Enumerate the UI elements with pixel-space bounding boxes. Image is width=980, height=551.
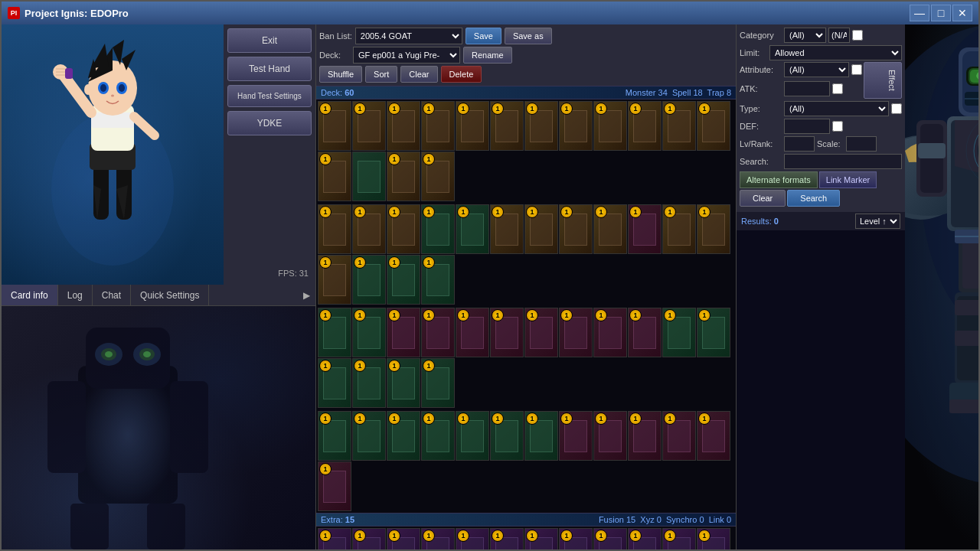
ydke-button[interactable]: YDKE (227, 111, 312, 135)
card-thumb[interactable]: 1 (318, 308, 351, 357)
card-thumb[interactable]: 1 (352, 204, 386, 254)
card-thumb[interactable]: 1 (559, 411, 593, 461)
maximize-button[interactable]: □ (931, 5, 951, 21)
card-thumb[interactable]: 1 (662, 101, 696, 151)
attribute-select[interactable]: (All) (784, 62, 849, 77)
ban-list-select[interactable]: 2005.4 GOAT (355, 28, 462, 44)
clear-button[interactable]: Clear (400, 66, 437, 83)
card-thumb[interactable]: 1 (387, 411, 420, 461)
card-thumb[interactable]: 1 (421, 528, 455, 549)
card-thumb[interactable]: 1 (352, 308, 386, 357)
card-thumb[interactable]: 1 (524, 101, 558, 151)
card-thumb[interactable]: 1 (593, 528, 627, 549)
minimize-button[interactable]: — (910, 5, 929, 21)
link-marker-button[interactable]: Link Marker (819, 171, 877, 188)
card-thumb[interactable]: 1 (524, 528, 558, 549)
lv-rank-input[interactable] (784, 136, 815, 152)
attribute-checkbox[interactable] (851, 64, 862, 75)
card-thumb[interactable]: 1 (490, 308, 524, 357)
card-thumb[interactable]: 1 (352, 528, 386, 549)
card-thumb[interactable]: 1 (421, 358, 455, 408)
atk-input[interactable] (784, 81, 830, 96)
sort-select[interactable]: Level ↑ (855, 214, 900, 229)
test-hand-button[interactable]: Test Hand (227, 57, 312, 81)
card-thumb[interactable]: 1 (628, 528, 662, 549)
delete-button[interactable]: Delete (441, 66, 482, 83)
card-thumb[interactable] (352, 152, 386, 201)
na-input[interactable] (828, 28, 850, 43)
card-thumb[interactable]: 1 (318, 255, 351, 305)
effect-button[interactable]: Effect (864, 62, 902, 99)
exit-button[interactable]: Exit (227, 28, 312, 53)
alt-formats-button[interactable]: Alternate formats (740, 171, 818, 188)
scale-input[interactable] (846, 136, 877, 152)
card-thumb[interactable]: 1 (387, 101, 420, 151)
card-thumb[interactable]: 1 (318, 461, 351, 511)
card-thumb[interactable]: 1 (524, 411, 558, 461)
card-thumb[interactable]: 1 (387, 204, 420, 254)
card-thumb[interactable]: 1 (456, 204, 489, 254)
card-thumb[interactable]: 1 (387, 308, 420, 357)
card-thumb[interactable]: 1 (593, 308, 627, 357)
rename-button[interactable]: Rename (463, 47, 512, 64)
card-thumb[interactable]: 1 (456, 308, 489, 357)
card-thumb[interactable]: 1 (490, 204, 524, 254)
card-thumb[interactable]: 1 (697, 101, 730, 151)
hand-test-settings-button[interactable]: Hand Test Settings (227, 85, 312, 107)
card-thumb[interactable]: 1 (628, 308, 662, 357)
card-thumb[interactable]: 1 (628, 204, 662, 254)
sort-button[interactable]: Sort (365, 66, 397, 83)
save-as-button[interactable]: Save as (505, 28, 552, 44)
card-thumb[interactable]: 1 (524, 308, 558, 357)
card-thumb[interactable]: 1 (559, 204, 593, 254)
deck-scroll-area[interactable]: Deck: 60 Monster 34 Spell 18 Trap 8 1111… (316, 86, 736, 549)
tab-quick-settings[interactable]: Quick Settings (131, 285, 209, 305)
card-thumb[interactable]: 1 (318, 152, 351, 201)
card-thumb[interactable]: 1 (697, 204, 730, 254)
card-thumb[interactable]: 1 (628, 101, 662, 151)
card-thumb[interactable]: 1 (628, 411, 662, 461)
type-select[interactable]: (All) (784, 101, 889, 116)
card-thumb[interactable]: 1 (318, 358, 351, 408)
card-thumb[interactable]: 1 (524, 204, 558, 254)
card-thumb[interactable]: 1 (490, 528, 524, 549)
card-thumb[interactable]: 1 (352, 255, 386, 305)
card-thumb[interactable]: 1 (387, 358, 420, 408)
def-checkbox[interactable] (832, 121, 843, 132)
save-button[interactable]: Save (466, 28, 501, 44)
card-thumb[interactable]: 1 (387, 255, 420, 305)
card-thumb[interactable]: 1 (421, 204, 455, 254)
card-thumb[interactable]: 1 (421, 308, 455, 357)
atk-checkbox[interactable] (832, 83, 843, 94)
close-button[interactable]: ✕ (952, 5, 972, 21)
limit-select[interactable]: Allowed (769, 45, 902, 60)
card-thumb[interactable]: 1 (352, 358, 386, 408)
card-thumb[interactable]: 1 (662, 528, 696, 549)
tab-card-info[interactable]: Card info (2, 285, 58, 305)
card-thumb[interactable]: 1 (697, 411, 730, 461)
tab-log[interactable]: Log (58, 285, 93, 305)
type-checkbox[interactable] (891, 103, 902, 114)
card-thumb[interactable]: 1 (662, 308, 696, 357)
results-list[interactable] (737, 230, 905, 549)
card-thumb[interactable]: 1 (697, 308, 730, 357)
card-thumb[interactable]: 1 (387, 152, 420, 201)
card-thumb[interactable]: 1 (421, 152, 455, 201)
filter-search-button[interactable]: Search (787, 190, 840, 207)
tab-chat[interactable]: Chat (93, 285, 131, 305)
card-thumb[interactable]: 1 (318, 528, 351, 549)
card-thumb[interactable]: 1 (559, 308, 593, 357)
tab-scroll-right[interactable]: ▶ (297, 285, 315, 305)
search-input[interactable] (784, 154, 902, 169)
card-thumb[interactable]: 1 (662, 204, 696, 254)
card-thumb[interactable]: 1 (490, 101, 524, 151)
card-thumb[interactable]: 1 (490, 411, 524, 461)
card-thumb[interactable]: 1 (421, 255, 455, 305)
card-thumb[interactable]: 1 (421, 411, 455, 461)
filter-clear-button[interactable]: Clear (740, 190, 786, 207)
category-checkbox[interactable] (852, 30, 863, 41)
card-thumb[interactable]: 1 (421, 101, 455, 151)
card-thumb[interactable]: 1 (318, 101, 351, 151)
deck-select[interactable]: GF ep001 a Yugi Pre- (353, 47, 460, 64)
def-input[interactable] (784, 119, 830, 134)
